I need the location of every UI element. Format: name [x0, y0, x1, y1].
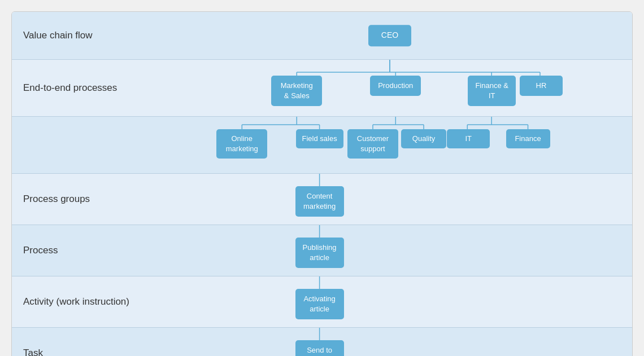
node-online-marketing[interactable]: Onlinemarketing — [216, 129, 267, 159]
band-process-groups: Process groups Contentmarketing — [12, 174, 632, 225]
band-nodes-6: Activatingarticle — [147, 276, 632, 327]
band-label-activity: Activity (work instruction) — [12, 296, 147, 307]
node-ceo[interactable]: CEO — [368, 25, 411, 46]
band-label-end-to-end: End-to-end processes — [12, 82, 147, 94]
node-finance[interactable]: Finance — [506, 129, 550, 148]
node-activating-article[interactable]: Activatingarticle — [295, 289, 344, 319]
diagram-container: Value chain flow CEO End-to-end processe… — [11, 11, 633, 356]
band-sub-departments: Onlinemarketing Field sales Customersupp… — [12, 117, 632, 174]
node-quality[interactable]: Quality — [401, 129, 446, 148]
node-production[interactable]: Production — [370, 76, 421, 96]
node-it[interactable]: IT — [447, 129, 490, 148]
band-activity: Activity (work instruction) Activatingar… — [12, 276, 632, 328]
band-task: Task Send tobloggers — [12, 328, 632, 356]
band-nodes-3: Onlinemarketing Field sales Customersupp… — [147, 117, 632, 173]
band-value-chain: Value chain flow CEO — [12, 12, 632, 60]
band-nodes-5: Publishingarticle — [147, 225, 632, 276]
band-label-value-chain: Value chain flow — [12, 30, 147, 41]
band-nodes-7: Send tobloggers — [147, 328, 632, 356]
band-label-process: Process — [12, 245, 147, 256]
node-customer-support[interactable]: Customersupport — [347, 129, 398, 159]
node-publishing-article[interactable]: Publishingarticle — [295, 238, 344, 268]
node-field-sales[interactable]: Field sales — [296, 129, 343, 148]
band-process: Process Publishingarticle — [12, 225, 632, 276]
node-content-marketing[interactable]: Contentmarketing — [295, 186, 344, 217]
node-hr[interactable]: HR — [520, 76, 563, 96]
band-nodes-4: Contentmarketing — [147, 174, 632, 225]
node-finance-it[interactable]: Finance &IT — [468, 76, 516, 106]
band-nodes-1: CEO — [147, 12, 632, 59]
band-nodes-2: Marketing& Sales Production Finance &IT … — [147, 60, 632, 116]
band-label-task: Task — [12, 348, 147, 356]
node-marketing-sales[interactable]: Marketing& Sales — [271, 76, 322, 106]
node-send-to-bloggers[interactable]: Send tobloggers — [295, 340, 344, 356]
band-label-process-groups: Process groups — [12, 194, 147, 205]
band-end-to-end: End-to-end processes Mar — [12, 60, 632, 117]
